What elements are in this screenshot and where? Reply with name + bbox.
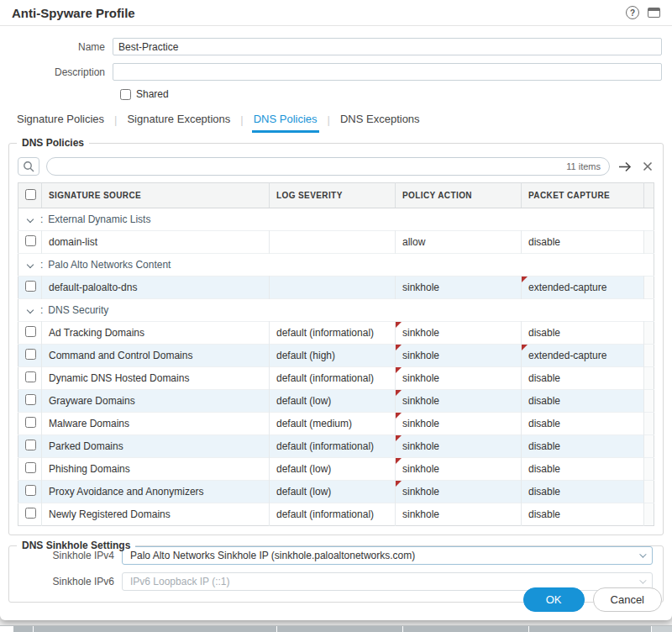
- cell-log-severity: [270, 276, 396, 299]
- dns-policies-table: SIGNATURE SOURCELOG SEVERITYPOLICY ACTIO…: [18, 182, 654, 526]
- modified-flag-icon: [396, 345, 402, 350]
- cell-packet-capture[interactable]: disable: [522, 367, 644, 390]
- table-row[interactable]: Command and Control Domainsdefault (high…: [18, 345, 654, 367]
- cell-log-severity: default (informational): [270, 322, 396, 345]
- row-checkbox[interactable]: [25, 485, 36, 496]
- search-input[interactable]: [55, 160, 559, 173]
- cell-log-severity: default (medium): [270, 413, 396, 435]
- table-row[interactable]: Malware Domainsdefault (medium)sinkholed…: [18, 413, 654, 435]
- cell-signature-source: Phishing Domains: [42, 458, 270, 481]
- column-header-log-severity[interactable]: LOG SEVERITY: [270, 183, 396, 208]
- column-header-policy-action[interactable]: POLICY ACTION: [396, 183, 522, 208]
- sinkhole-ipv6-value: IPv6 Loopback IP (::1): [130, 576, 230, 587]
- items-count: 11 items: [559, 161, 601, 171]
- modified-flag-icon: [396, 367, 402, 373]
- name-input[interactable]: [113, 38, 662, 55]
- help-icon[interactable]: [626, 6, 639, 19]
- table-row[interactable]: Proxy Avoidance and Anonymizersdefault (…: [18, 481, 654, 503]
- cell-policy-action[interactable]: sinkhole: [396, 481, 522, 503]
- shared-checkbox[interactable]: [120, 89, 131, 100]
- row-checkbox-cell: [18, 231, 42, 254]
- row-checkbox[interactable]: [25, 235, 36, 246]
- table-row[interactable]: domain-listallowdisable: [18, 231, 654, 254]
- modified-flag-icon: [396, 481, 402, 487]
- group-row[interactable]: :DNS Security: [18, 299, 654, 322]
- row-checkbox-cell: [18, 390, 42, 413]
- description-input[interactable]: [113, 63, 662, 81]
- scrollbar-gutter: [644, 458, 654, 481]
- sinkhole-ipv4-select[interactable]: Palo Alto Networks Sinkhole IP (sinkhole…: [122, 546, 653, 565]
- cell-packet-capture[interactable]: disable: [522, 435, 644, 458]
- column-header-signature-source[interactable]: SIGNATURE SOURCE: [42, 183, 270, 208]
- scrollbar-gutter: [644, 413, 654, 435]
- table-row[interactable]: Newly Registered Domainsdefault (informa…: [18, 503, 654, 526]
- table-row[interactable]: Dynamic DNS Hosted Domainsdefault (infor…: [18, 367, 654, 390]
- collapse-chevron-icon[interactable]: [27, 261, 34, 268]
- cell-policy-action[interactable]: sinkhole: [396, 458, 522, 481]
- row-checkbox[interactable]: [25, 508, 36, 519]
- cell-packet-capture[interactable]: extended-capture: [522, 345, 644, 367]
- tab-signature-policies[interactable]: Signature Policies: [7, 107, 114, 133]
- table-row[interactable]: Parked Domainsdefault (informational)sin…: [18, 435, 654, 458]
- cell-policy-action[interactable]: sinkhole: [396, 435, 522, 458]
- profile-form: Name Description Shared: [0, 26, 672, 100]
- window-icon[interactable]: [648, 8, 660, 18]
- shared-label: Shared: [136, 88, 169, 100]
- select-all-checkbox[interactable]: [25, 189, 36, 200]
- row-checkbox[interactable]: [25, 371, 36, 382]
- row-checkbox[interactable]: [25, 349, 36, 360]
- cell-policy-action[interactable]: sinkhole: [396, 345, 522, 367]
- table-row[interactable]: default-paloalto-dnssinkholeextended-cap…: [18, 276, 654, 299]
- group-row[interactable]: :External Dynamic Lists: [18, 208, 654, 231]
- ok-button[interactable]: OK: [523, 587, 585, 612]
- cell-packet-capture[interactable]: disable: [522, 390, 644, 413]
- group-prefix: :: [40, 259, 43, 271]
- clear-filter-icon[interactable]: [641, 160, 654, 173]
- cell-policy-action[interactable]: sinkhole: [396, 390, 522, 413]
- modified-flag-icon: [396, 413, 402, 419]
- cancel-button[interactable]: Cancel: [593, 587, 662, 612]
- dialog-titlebar: Anti-Spyware Profile: [0, 0, 672, 26]
- collapse-chevron-icon[interactable]: [27, 307, 34, 313]
- tab-dns-policies[interactable]: DNS Policies: [244, 107, 328, 133]
- scrollbar-gutter: [644, 435, 654, 458]
- table-row[interactable]: Grayware Domainsdefault (low)sinkholedis…: [18, 390, 654, 413]
- cell-policy-action[interactable]: sinkhole: [396, 276, 522, 299]
- chevron-down-icon: [639, 577, 646, 583]
- cell-packet-capture[interactable]: disable: [522, 503, 644, 526]
- row-checkbox[interactable]: [25, 394, 36, 405]
- table-row[interactable]: Ad Tracking Domainsdefault (informationa…: [18, 322, 654, 345]
- tab-dns-exceptions[interactable]: DNS Exceptions: [330, 107, 430, 133]
- cell-policy-action[interactable]: sinkhole: [396, 367, 522, 390]
- row-checkbox[interactable]: [25, 326, 36, 337]
- apply-filter-arrow-icon[interactable]: [617, 160, 634, 174]
- table-row[interactable]: Phishing Domainsdefault (low)sinkholedis…: [18, 458, 654, 481]
- row-checkbox[interactable]: [25, 440, 36, 450]
- scrollbar-gutter: [644, 322, 654, 345]
- cell-packet-capture[interactable]: disable: [522, 413, 644, 435]
- modified-flag-icon: [396, 435, 402, 441]
- group-row[interactable]: :Palo Alto Networks Content: [18, 254, 654, 276]
- tab-bar: Signature PoliciesSignature ExceptionsDN…: [0, 105, 672, 133]
- cell-signature-source: Proxy Avoidance and Anonymizers: [42, 481, 270, 503]
- search-icon[interactable]: [18, 157, 39, 176]
- select-all-cell: [18, 183, 42, 208]
- cell-packet-capture[interactable]: disable: [522, 322, 644, 345]
- cell-policy-action[interactable]: allow: [396, 231, 522, 254]
- column-header-packet-capture[interactable]: PACKET CAPTURE: [522, 183, 644, 208]
- cell-packet-capture[interactable]: disable: [522, 458, 644, 481]
- cell-policy-action[interactable]: sinkhole: [396, 503, 522, 526]
- row-checkbox[interactable]: [25, 281, 36, 292]
- cell-packet-capture[interactable]: disable: [522, 231, 644, 254]
- cell-log-severity: default (low): [270, 481, 396, 503]
- tab-signature-exceptions[interactable]: Signature Exceptions: [117, 107, 240, 133]
- search-pill: 11 items: [46, 157, 610, 176]
- row-checkbox[interactable]: [25, 417, 36, 428]
- cell-packet-capture[interactable]: disable: [522, 481, 644, 503]
- row-checkbox[interactable]: [25, 462, 36, 473]
- cell-packet-capture[interactable]: extended-capture: [522, 276, 644, 299]
- scrollbar-gutter: [644, 345, 654, 367]
- collapse-chevron-icon[interactable]: [27, 216, 34, 223]
- cell-policy-action[interactable]: sinkhole: [396, 322, 522, 345]
- cell-policy-action[interactable]: sinkhole: [396, 413, 522, 435]
